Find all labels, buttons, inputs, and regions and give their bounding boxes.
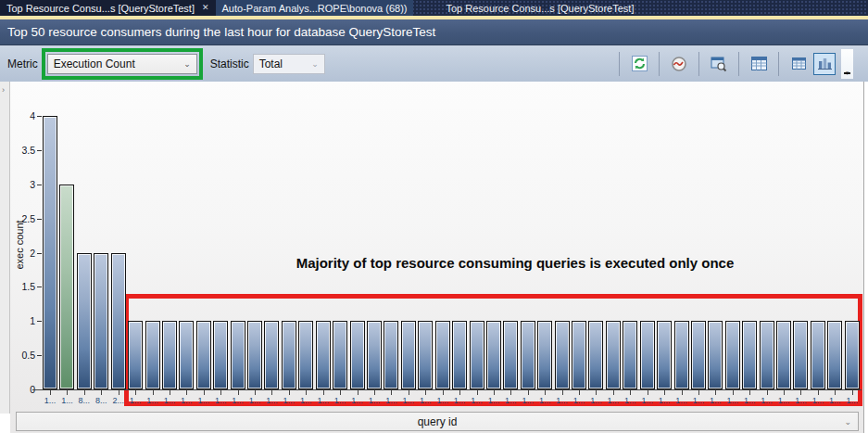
bar-query-20[interactable] <box>384 321 398 389</box>
bar-query-11[interactable] <box>231 321 245 389</box>
bar-query-7[interactable] <box>162 321 177 389</box>
bar-query-4[interactable] <box>111 253 126 390</box>
bar-query-31[interactable] <box>572 321 586 389</box>
bar-query-26[interactable] <box>486 321 501 389</box>
bar-query-30[interactable] <box>555 321 570 389</box>
chevron-down-icon: ⌄ <box>183 59 191 69</box>
bar-query-43[interactable] <box>776 321 791 389</box>
y-tick-label: 2 <box>13 248 35 259</box>
x-tick-mark <box>613 390 614 395</box>
bar-query-19[interactable] <box>367 321 382 389</box>
x-tick-label: 1... <box>535 396 554 405</box>
y-tick-label: 4 <box>13 110 35 121</box>
x-axis-label: query id <box>418 415 458 428</box>
bar-query-45[interactable] <box>811 321 825 389</box>
bar-query-44[interactable] <box>793 321 808 389</box>
x-tick-mark <box>67 390 68 395</box>
x-axis-dropdown[interactable]: query id ⌄ <box>16 412 859 431</box>
view-query-text-button[interactable] <box>708 53 730 75</box>
bar-query-42[interactable] <box>760 321 774 389</box>
toolbar-icon-group: ▾ <box>612 45 853 82</box>
bar-query-10[interactable] <box>213 321 228 389</box>
tab-top-resource-consumers-2[interactable]: Top Resource Consu...s [QueryStoreTest] <box>439 0 640 16</box>
bar-query-1[interactable] <box>59 185 74 389</box>
x-tick-mark <box>84 390 85 395</box>
toolbar-separator <box>619 52 620 76</box>
bar-query-0[interactable] <box>43 116 57 389</box>
x-tick-label: 1... <box>570 396 588 405</box>
chart-annotation: Majority of top resource consuming queri… <box>256 255 774 271</box>
bar-query-23[interactable] <box>435 321 450 389</box>
y-tick-mark <box>37 150 42 151</box>
toolbar-overflow-button[interactable]: ▾ <box>841 49 853 79</box>
bar-query-46[interactable] <box>827 321 842 389</box>
bar-query-12[interactable] <box>247 321 262 389</box>
tracked-query-button[interactable] <box>668 53 690 75</box>
toolbar-separator <box>778 52 779 76</box>
x-tick-mark <box>340 390 341 395</box>
bar-chart: exec count Majority of top resource cons… <box>10 82 864 433</box>
refresh-icon <box>632 56 648 71</box>
bar-query-16[interactable] <box>316 321 331 389</box>
bar-query-29[interactable] <box>537 321 552 389</box>
x-tick-mark <box>255 390 256 395</box>
bar-query-8[interactable] <box>179 321 194 389</box>
x-tick-mark <box>749 390 750 395</box>
statistic-dropdown[interactable]: Total ⌄ <box>253 54 325 74</box>
y-tick-label: 3.5 <box>13 145 35 156</box>
bar-query-13[interactable] <box>264 321 279 389</box>
bar-query-14[interactable] <box>282 321 296 389</box>
bar-query-47[interactable] <box>845 321 860 389</box>
chevron-down-icon: ⌄ <box>844 417 851 427</box>
bar-query-27[interactable] <box>503 321 518 389</box>
bar-query-17[interactable] <box>333 321 347 389</box>
bar-query-22[interactable] <box>418 321 433 389</box>
tab-auto-param-analysis[interactable]: Auto-Param Analys...ROPE\bonova (68)) <box>216 0 414 16</box>
y-tick-mark <box>37 355 42 356</box>
bar-query-15[interactable] <box>298 321 313 389</box>
grid-view-button[interactable] <box>748 53 770 75</box>
toolbar-separator <box>698 52 699 76</box>
bar-query-37[interactable] <box>674 321 689 389</box>
bar-query-40[interactable] <box>725 321 740 389</box>
x-tick-label: 1... <box>126 396 145 405</box>
bar-query-33[interactable] <box>606 321 621 389</box>
chart-view-button[interactable] <box>813 53 836 75</box>
x-tick-mark <box>101 390 102 395</box>
report-toolbar: Metric Execution Count ⌄ Statistic Total… <box>0 45 868 82</box>
bar-query-41[interactable] <box>742 321 757 389</box>
bar-query-35[interactable] <box>640 321 655 389</box>
bar-query-34[interactable] <box>623 321 637 389</box>
bar-query-9[interactable] <box>196 321 211 389</box>
bar-query-38[interactable] <box>691 321 706 389</box>
bar-query-28[interactable] <box>521 321 535 389</box>
bar-query-3[interactable] <box>94 253 108 390</box>
y-tick-mark <box>37 287 42 287</box>
bar-query-25[interactable] <box>470 321 484 389</box>
close-icon[interactable]: ✕ <box>202 4 209 12</box>
x-tick-mark <box>289 390 290 395</box>
bar-query-6[interactable] <box>145 321 160 389</box>
bar-query-39[interactable] <box>708 321 723 389</box>
bar-query-36[interactable] <box>657 321 672 389</box>
bar-query-32[interactable] <box>588 321 603 389</box>
collapsed-side-panel[interactable]: › <box>0 82 10 414</box>
metric-label: Metric <box>7 57 38 70</box>
y-tick-mark <box>37 219 42 220</box>
bar-query-21[interactable] <box>401 321 416 389</box>
tab-top-resource-consumers-1[interactable]: Top Resource Consu...s [QueryStoreTest] … <box>0 0 216 16</box>
bar-query-24[interactable] <box>452 321 467 389</box>
bar-query-18[interactable] <box>350 321 365 389</box>
refresh-button[interactable] <box>628 53 650 75</box>
x-tick-label: 1... <box>604 396 623 405</box>
metric-dropdown[interactable]: Execution Count ⌄ <box>47 54 197 74</box>
bar-query-2[interactable] <box>77 253 92 390</box>
x-tick-mark <box>545 390 546 395</box>
compare-grid-button[interactable] <box>787 53 810 75</box>
statistic-dropdown-value: Total <box>259 57 283 70</box>
x-tick-label: 8... <box>92 396 110 405</box>
bar-query-5[interactable] <box>128 321 143 389</box>
x-tick-mark <box>477 390 478 395</box>
x-tick-label: 1... <box>41 396 59 405</box>
x-tick-label: 1... <box>553 396 572 405</box>
